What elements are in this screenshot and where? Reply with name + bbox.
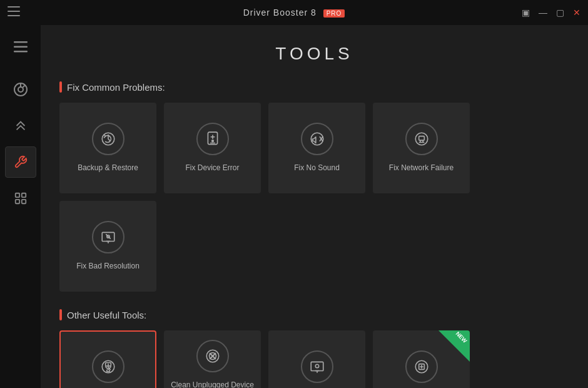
tool-system-information[interactable]: System Information <box>268 330 365 388</box>
tool-clean-unplugged[interactable]: Clean Unplugged Device Data 118 devices <box>164 330 261 388</box>
svg-rect-3 <box>14 41 28 43</box>
svg-rect-4 <box>14 46 28 48</box>
window-controls: ▣ — ▢ ✕ <box>522 8 580 18</box>
svg-rect-36 <box>311 362 323 371</box>
system-info-icon <box>301 350 333 383</box>
main-layout: TOOLS Fix Common Problems: Backup & Rest… <box>0 25 588 388</box>
other-tools-grid: Offline Driver Updater Clean Unplugged D… <box>59 330 569 388</box>
tool-offline-driver-updater[interactable]: Offline Driver Updater <box>59 330 156 388</box>
tool-fix-bad-resolution[interactable]: Fix Bad Resolution <box>59 201 156 292</box>
page-title: TOOLS <box>59 44 569 64</box>
tool-software-updater[interactable]: NEW Software Updater <box>373 330 470 388</box>
tool-backup-restore[interactable]: Backup & Restore <box>59 103 156 193</box>
device-error-label: Fix Device Error <box>180 163 244 173</box>
fix-common-grid: Backup & Restore Fix Device Error <box>59 103 569 292</box>
svg-rect-23 <box>418 136 424 141</box>
menu-button[interactable] <box>8 6 20 19</box>
section-bar <box>59 81 62 93</box>
pro-badge: PRO <box>323 9 345 18</box>
sidebar <box>0 25 41 388</box>
svg-rect-13 <box>21 200 25 203</box>
close-icon[interactable]: ✕ <box>573 8 580 18</box>
svg-rect-10 <box>15 193 19 197</box>
device-error-icon <box>196 123 229 155</box>
network-failure-icon <box>405 123 438 155</box>
chat-icon[interactable]: ▣ <box>522 8 530 18</box>
clean-unplugged-icon <box>196 340 229 372</box>
sidebar-item-dashboard[interactable] <box>5 74 36 105</box>
svg-line-9 <box>23 86 24 88</box>
section-bar-2 <box>59 309 62 320</box>
titlebar: Driver Booster 8 PRO ▣ — ▢ ✕ <box>0 0 588 25</box>
sidebar-item-menu[interactable] <box>5 31 36 63</box>
svg-rect-2 <box>8 15 20 16</box>
tool-fix-network-failure[interactable]: Fix Network Failure <box>373 103 470 193</box>
fix-common-header: Fix Common Problems: <box>59 81 569 93</box>
sidebar-item-apps[interactable] <box>5 183 36 214</box>
bad-resolution-icon <box>92 221 124 253</box>
maximize-icon[interactable]: ▢ <box>556 8 564 18</box>
tool-fix-device-error[interactable]: Fix Device Error <box>164 103 261 193</box>
svg-rect-5 <box>14 51 28 53</box>
software-updater-icon <box>405 350 438 383</box>
other-tools-title: Other Useful Tools: <box>67 310 146 320</box>
sidebar-item-boost[interactable] <box>5 110 36 141</box>
tool-fix-no-sound[interactable]: Fix No Sound <box>268 103 365 193</box>
svg-rect-0 <box>8 6 20 8</box>
bad-resolution-label: Fix Bad Resolution <box>71 261 144 272</box>
svg-point-37 <box>315 364 318 367</box>
svg-rect-12 <box>15 200 19 203</box>
fix-common-title: Fix Common Problems: <box>67 82 165 93</box>
svg-rect-1 <box>8 11 20 12</box>
no-sound-icon <box>301 123 333 155</box>
network-failure-label: Fix Network Failure <box>384 163 459 173</box>
app-title: Driver Booster 8 PRO <box>243 8 345 18</box>
svg-point-22 <box>415 133 428 145</box>
no-sound-label: Fix No Sound <box>289 163 345 173</box>
svg-point-18 <box>211 140 213 141</box>
minimize-icon[interactable]: — <box>539 8 547 18</box>
sidebar-item-tools[interactable] <box>5 146 36 178</box>
svg-rect-11 <box>21 193 25 197</box>
content-area: TOOLS Fix Common Problems: Backup & Rest… <box>41 25 588 388</box>
backup-label: Backup & Restore <box>73 163 143 173</box>
backup-icon <box>92 123 124 155</box>
other-tools-header: Other Useful Tools: <box>59 309 569 320</box>
clean-unplugged-label: Clean Unplugged Device Data 118 devices <box>164 380 261 388</box>
svg-point-7 <box>18 87 23 92</box>
offline-driver-icon <box>92 350 124 383</box>
